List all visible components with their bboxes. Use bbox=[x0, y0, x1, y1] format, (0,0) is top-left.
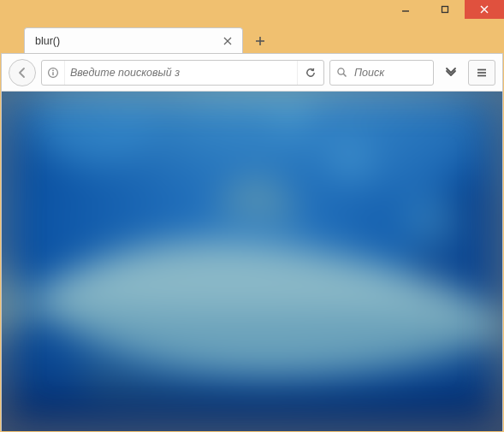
svg-point-9 bbox=[52, 69, 54, 71]
window-close-button[interactable] bbox=[465, 0, 504, 19]
svg-rect-1 bbox=[442, 7, 448, 13]
browser-window: blur() bbox=[0, 0, 504, 432]
search-input[interactable] bbox=[353, 66, 433, 80]
new-tab-button[interactable] bbox=[248, 29, 272, 53]
svg-point-23 bbox=[331, 142, 371, 181]
search-bar[interactable] bbox=[329, 60, 434, 86]
svg-rect-21 bbox=[2, 390, 502, 431]
svg-point-22 bbox=[403, 194, 459, 250]
window-titlebar bbox=[0, 0, 504, 26]
toolbar bbox=[2, 54, 502, 92]
address-bar[interactable] bbox=[41, 60, 324, 86]
window-maximize-button[interactable] bbox=[425, 0, 465, 19]
back-button[interactable] bbox=[9, 59, 36, 86]
reload-button[interactable] bbox=[297, 61, 323, 85]
svg-point-24 bbox=[276, 102, 307, 133]
url-input[interactable] bbox=[65, 67, 297, 79]
tab-strip: blur() bbox=[0, 26, 504, 53]
search-icon bbox=[330, 61, 353, 85]
site-info-icon[interactable] bbox=[42, 61, 65, 85]
svg-line-12 bbox=[343, 74, 346, 76]
browser-chrome bbox=[1, 53, 503, 431]
hamburger-menu-button[interactable] bbox=[468, 60, 495, 86]
tab-title: blur() bbox=[35, 35, 220, 47]
window-minimize-button[interactable] bbox=[386, 0, 425, 19]
browser-tab[interactable]: blur() bbox=[24, 27, 243, 53]
overflow-button[interactable] bbox=[439, 61, 463, 85]
page-content bbox=[2, 92, 502, 431]
svg-point-11 bbox=[337, 68, 343, 74]
tab-close-button[interactable] bbox=[220, 33, 235, 49]
